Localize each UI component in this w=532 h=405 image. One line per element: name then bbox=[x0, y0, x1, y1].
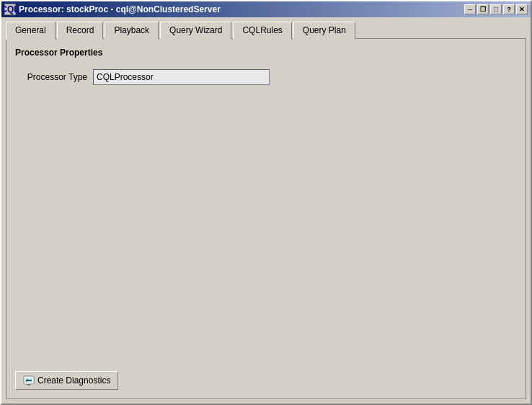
title-bar-buttons: ─ ❐ □ ? ✕ bbox=[464, 4, 528, 14]
extra-button[interactable]: ? bbox=[503, 4, 515, 14]
section-title: Processor Properties bbox=[15, 48, 517, 58]
processor-type-row: Processor Type bbox=[15, 69, 517, 85]
close-button[interactable]: ✕ bbox=[516, 4, 528, 14]
main-window: CQL Processor: stockProc - cql@NonCluste… bbox=[0, 0, 532, 405]
maximize-button[interactable]: □ bbox=[490, 4, 502, 14]
button-area: Create Diagnostics bbox=[15, 364, 517, 390]
svg-rect-2 bbox=[27, 384, 30, 386]
app-icon: CQL bbox=[4, 4, 16, 15]
tab-query-plan[interactable]: Query Plan bbox=[293, 22, 355, 39]
window-body: General Record Playback Query Wizard CQL… bbox=[1, 17, 531, 404]
tab-record[interactable]: Record bbox=[57, 22, 104, 39]
diagnostics-icon bbox=[23, 375, 35, 386]
create-diagnostics-button[interactable]: Create Diagnostics bbox=[15, 371, 118, 390]
tab-playback[interactable]: Playback bbox=[105, 22, 159, 39]
minimize-button[interactable]: ─ bbox=[464, 4, 476, 14]
title-bar: CQL Processor: stockProc - cql@NonCluste… bbox=[1, 1, 531, 17]
tab-bar: General Record Playback Query Wizard CQL… bbox=[6, 22, 526, 39]
content-area bbox=[15, 92, 517, 364]
restore-button[interactable]: ❐ bbox=[477, 4, 489, 14]
window-title: Processor: stockProc - cql@NonClusteredS… bbox=[19, 4, 464, 14]
processor-type-input[interactable] bbox=[93, 69, 270, 85]
tab-content-general: Processor Properties Processor Type bbox=[6, 38, 526, 399]
tab-cql-rules[interactable]: CQLRules bbox=[233, 22, 291, 39]
create-diagnostics-label: Create Diagnostics bbox=[37, 375, 110, 386]
processor-type-label: Processor Type bbox=[15, 72, 87, 82]
tab-general[interactable]: General bbox=[6, 22, 56, 40]
tab-query-wizard[interactable]: Query Wizard bbox=[160, 22, 231, 39]
